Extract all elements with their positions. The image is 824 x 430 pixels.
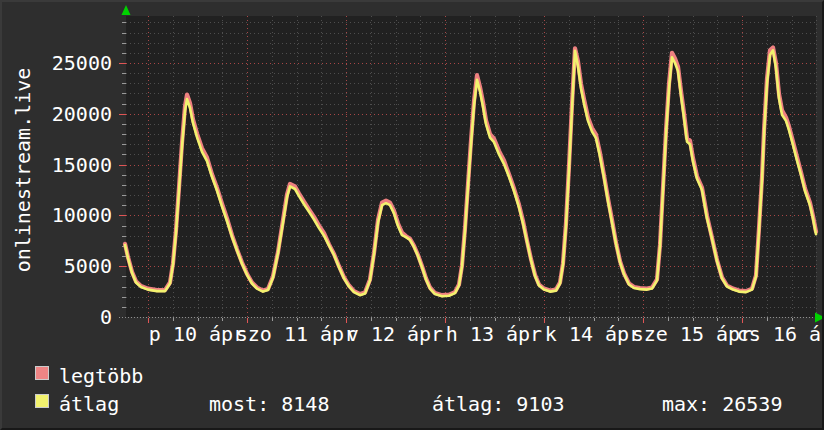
y-axis-arrow-icon (122, 5, 131, 15)
stat-max-value: 26539 (722, 392, 782, 416)
y-tick-label: 15000 (2, 153, 112, 177)
stat-atlag-label: átlag: (432, 392, 504, 416)
stat-atlag-value: 9103 (516, 392, 564, 416)
y-tick-label: 25000 (2, 51, 112, 75)
stat-most-label: most: (209, 392, 269, 416)
y-tick-label: 0 (2, 305, 112, 329)
x-tick-label: k 14 ápr (545, 322, 641, 346)
y-tick-label: 10000 (2, 203, 112, 227)
x-tick-label: p 10 ápr (149, 322, 245, 346)
legend-label-atlag: átlag (59, 392, 119, 416)
x-tick-label: sze 15 ápr (632, 322, 752, 346)
x-axis-arrow-icon (815, 313, 822, 323)
legend-swatch-atlag (35, 394, 49, 408)
x-tick-label: szo 11 ápr (236, 322, 356, 346)
x-tick-label: cs 16 ápr (737, 322, 824, 346)
stat-max-label: max: (662, 392, 710, 416)
rrd-graph: onlinestream.live 0 5000 10000 15000 200… (0, 0, 824, 430)
stat-max: max: 26539 (662, 392, 782, 416)
legend-swatch-legtobb (35, 366, 49, 380)
stat-most-value: 8148 (281, 392, 329, 416)
stat-atlag: átlag: 9103 (432, 392, 564, 416)
y-tick-label: 20000 (2, 102, 112, 126)
stat-most: most: 8148 (209, 392, 329, 416)
x-tick-label: v 12 ápr (347, 322, 443, 346)
x-tick-label: h 13 ápr (446, 322, 542, 346)
y-tick-label: 5000 (2, 254, 112, 278)
legend-label-legtobb: legtöbb (59, 364, 143, 388)
